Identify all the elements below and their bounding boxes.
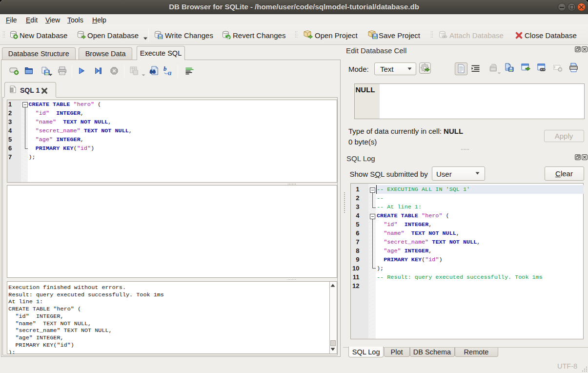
svg-text:b: b	[163, 65, 167, 72]
